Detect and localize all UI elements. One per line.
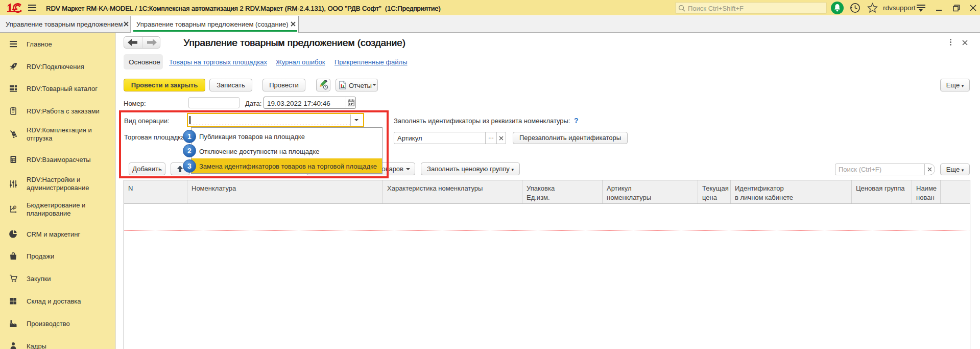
svg-text:P: P xyxy=(14,206,16,209)
